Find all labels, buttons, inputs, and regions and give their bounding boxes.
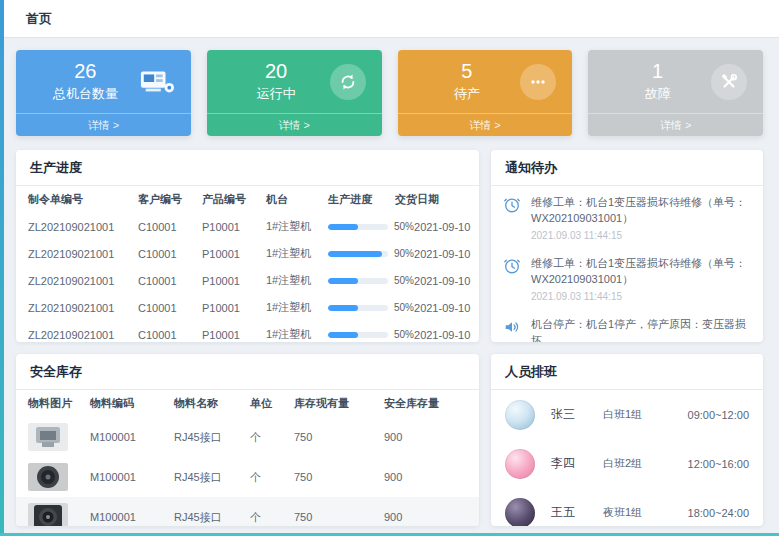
inventory-row: M100001 RJ45接口 个 750 900 — [16, 497, 479, 526]
stat-card-total-machines: 26 总机台数量 详情 > — [16, 50, 191, 136]
notice-time: 2021.09.03 11:44:15 — [531, 230, 751, 241]
tab-home[interactable]: 首页 — [16, 6, 62, 32]
card-meta: 20 运行中 — [223, 60, 330, 103]
notice-item[interactable]: 维修工单：机台1变压器损坏待维修（单号：WX202109031001） 2021… — [491, 186, 763, 247]
fault-detail-link[interactable]: 详情 > — [588, 113, 763, 136]
product-no: P10001 — [202, 221, 266, 233]
col-header: 生产进度 — [328, 192, 395, 207]
card-body: 5 待产 — [398, 50, 573, 113]
order-no: ZL202109021001 — [28, 329, 138, 341]
customer-no: C10001 — [138, 221, 202, 233]
speaker-icon — [503, 317, 523, 337]
progress-bar: 50% — [328, 302, 414, 313]
card-body: 20 运行中 — [207, 50, 382, 113]
progress-bar: 50% — [328, 221, 414, 232]
machine-name: 1#注塑机 — [266, 219, 328, 234]
order-no: ZL202109021001 — [28, 302, 138, 314]
delivery-date: 2021-09-10 — [414, 221, 479, 233]
progress-bar: 50% — [328, 275, 414, 286]
material-photo-rj45 — [28, 423, 68, 451]
staff-time: 09:00~12:00 — [688, 409, 749, 421]
notice-text: 维修工单：机台1变压器损坏待维修（单号：WX202109031001） — [531, 195, 751, 227]
ellipsis-icon — [520, 64, 556, 100]
stat-card-fault: 1 故障 详情 > — [588, 50, 763, 136]
col-header: 客户编号 — [138, 192, 202, 207]
notice-item[interactable]: 维修工单：机台1变压器损坏待维修（单号：WX202109031001） 2021… — [491, 247, 763, 308]
col-header: 物料图片 — [28, 396, 90, 411]
machine-name: 1#注塑机 — [266, 327, 328, 342]
col-header: 单位 — [250, 396, 294, 411]
running-value: 20 — [223, 60, 330, 82]
material-unit: 个 — [250, 510, 294, 525]
safety-stock-panel: 安全库存 物料图片 物料编码 物料名称 单位 库存现有量 安全库存量 — [16, 354, 479, 526]
production-table-header: 制令单编号 客户编号 产品编号 机台 生产进度 交货日期 — [16, 186, 479, 213]
total-machines-detail-link[interactable]: 详情 > — [16, 113, 191, 136]
avatar — [505, 400, 535, 430]
stock-safety: 900 — [384, 431, 467, 443]
product-no: P10001 — [202, 248, 266, 260]
card-body: 1 故障 — [588, 50, 763, 113]
avatar — [505, 498, 535, 527]
staff-name: 王五 — [551, 504, 603, 521]
stock-safety: 900 — [384, 471, 467, 483]
delivery-date: 2021-09-10 — [414, 302, 479, 314]
progress-percent: 50% — [394, 221, 414, 232]
running-detail-link[interactable]: 详情 > — [207, 113, 382, 136]
waiting-detail-link[interactable]: 详情 > — [398, 113, 573, 136]
notice-text: 机台停产：机台1停产，停产原因：变压器损坏 — [531, 317, 751, 342]
inventory-row: M100001 RJ45接口 个 750 900 — [16, 457, 479, 497]
delivery-date: 2021-09-10 — [414, 329, 479, 341]
material-photo-speaker — [28, 503, 68, 526]
product-no: P10001 — [202, 329, 266, 341]
material-code: M100001 — [90, 511, 174, 523]
schedule-row: 王五 夜班1组 18:00~24:00 — [491, 488, 763, 526]
waiting-value: 5 — [414, 60, 521, 82]
fault-label: 故障 — [604, 85, 711, 103]
panel-title: 安全库存 — [16, 354, 479, 390]
material-name: RJ45接口 — [174, 470, 250, 485]
order-no: ZL202109021001 — [28, 248, 138, 260]
delivery-date: 2021-09-10 — [414, 248, 479, 260]
stat-card-running: 20 运行中 详情 > — [207, 50, 382, 136]
material-photo-coil — [28, 463, 68, 491]
machine-name: 1#注塑机 — [266, 300, 328, 315]
staff-shift: 白班1组 — [603, 407, 673, 422]
avatar — [505, 449, 535, 479]
page-edge-left — [0, 0, 4, 536]
stock-safety: 900 — [384, 511, 467, 523]
customer-no: C10001 — [138, 248, 202, 260]
notice-text: 维修工单：机台1变压器损坏待维修（单号：WX202109031001） — [531, 256, 751, 288]
progress-percent: 50% — [394, 329, 414, 340]
material-name: RJ45接口 — [174, 430, 250, 445]
notice-item[interactable]: 机台停产：机台1停产，停产原因：变压器损坏 — [491, 308, 763, 342]
total-machines-value: 26 — [32, 60, 139, 82]
card-meta: 26 总机台数量 — [32, 60, 139, 103]
progress-percent: 50% — [394, 302, 414, 313]
running-label: 运行中 — [223, 85, 330, 103]
staff-name: 张三 — [551, 406, 603, 423]
tools-icon — [711, 64, 747, 100]
machine-name: 1#注塑机 — [266, 273, 328, 288]
progress-bar: 50% — [328, 329, 414, 340]
notifications-panel: 通知待办 维修工单：机台1变压器损坏待维修（单号：WX202109031001）… — [491, 150, 763, 342]
production-row: ZL202109021001 C10001 P10001 1#注塑机 50% 2… — [16, 294, 479, 321]
machine-icon — [139, 64, 175, 100]
staff-shift: 夜班1组 — [603, 505, 673, 520]
col-header: 产品编号 — [202, 192, 266, 207]
production-progress-panel: 生产进度 制令单编号 客户编号 产品编号 机台 生产进度 交货日期 ZL2021… — [16, 150, 479, 342]
product-no: P10001 — [202, 275, 266, 287]
material-name: RJ45接口 — [174, 510, 250, 525]
col-header: 制令单编号 — [28, 192, 138, 207]
staff-shift: 白班2组 — [603, 456, 673, 471]
order-no: ZL202109021001 — [28, 221, 138, 233]
col-header: 交货日期 — [395, 192, 467, 207]
inventory-row: M100001 RJ45接口 个 750 900 — [16, 417, 479, 457]
staff-time: 18:00~24:00 — [688, 507, 749, 519]
stock-current: 750 — [294, 471, 384, 483]
staff-name: 李四 — [551, 455, 603, 472]
total-machines-label: 总机台数量 — [32, 85, 139, 103]
panel-title: 生产进度 — [16, 150, 479, 186]
col-header: 库存现有量 — [294, 396, 384, 411]
staff-time: 12:00~16:00 — [688, 458, 749, 470]
production-row: ZL202109021001 C10001 P10001 1#注塑机 50% 2… — [16, 267, 479, 294]
